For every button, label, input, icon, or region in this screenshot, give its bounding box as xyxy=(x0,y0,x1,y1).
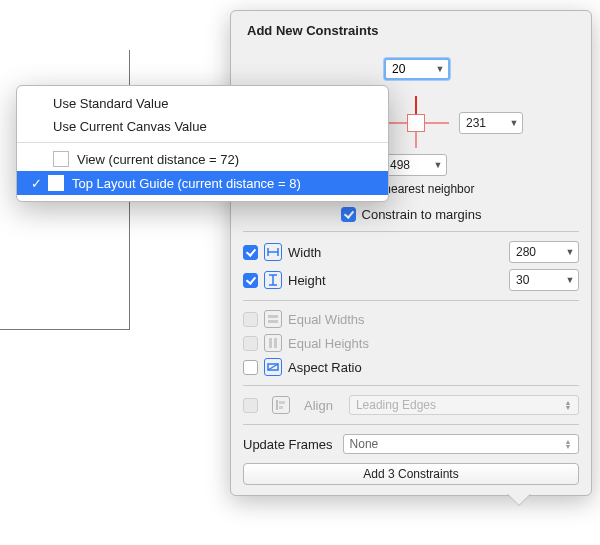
pin-bottom-strut-icon[interactable] xyxy=(415,132,417,148)
equal-heights-label: Equal Heights xyxy=(288,336,369,351)
chevron-down-icon[interactable]: ▼ xyxy=(508,113,520,133)
add-constraints-button[interactable]: Add 3 Constraints xyxy=(243,463,579,485)
height-checkbox[interactable] xyxy=(243,273,258,288)
equal-widths-checkbox xyxy=(243,312,258,327)
guide-swatch-icon xyxy=(48,175,64,191)
popover-title: Add New Constraints xyxy=(231,11,591,44)
align-select: Leading Edges ▲▼ xyxy=(349,395,579,415)
height-field[interactable]: 30 ▼ xyxy=(509,269,579,291)
menu-use-current-canvas[interactable]: Use Current Canvas Value xyxy=(17,115,388,138)
update-frames-select[interactable]: None ▲▼ xyxy=(343,434,579,454)
check-icon: ✓ xyxy=(31,176,42,191)
svg-rect-2 xyxy=(269,338,272,348)
width-field[interactable]: 280 ▼ xyxy=(509,241,579,263)
bottom-spacing-value: 498 xyxy=(390,158,410,172)
height-value: 30 xyxy=(516,273,529,287)
equal-widths-icon xyxy=(264,310,282,328)
pin-right-strut-icon[interactable] xyxy=(425,122,449,124)
svg-rect-6 xyxy=(279,406,283,409)
top-spacing-field[interactable]: 20 ▼ xyxy=(384,58,450,80)
width-checkbox[interactable] xyxy=(243,245,258,260)
pin-center-icon xyxy=(407,114,425,132)
menu-use-standard[interactable]: Use Standard Value xyxy=(17,92,388,115)
width-icon xyxy=(264,243,282,261)
bottom-spacing-field[interactable]: 498 ▼ xyxy=(383,154,447,176)
chevron-down-icon[interactable]: ▼ xyxy=(434,60,446,78)
update-frames-label: Update Frames xyxy=(243,437,333,452)
equal-heights-icon xyxy=(264,334,282,352)
aspect-ratio-label: Aspect Ratio xyxy=(288,360,362,375)
spacing-dropdown: Use Standard Value Use Current Canvas Va… xyxy=(16,85,389,202)
right-spacing-field[interactable]: 231 ▼ xyxy=(459,112,523,134)
menu-view-label: View (current distance = 72) xyxy=(77,152,239,167)
constrain-margins-label: Constrain to margins xyxy=(362,207,482,222)
pin-top-strut-icon[interactable] xyxy=(415,96,417,114)
equal-heights-checkbox xyxy=(243,336,258,351)
svg-rect-3 xyxy=(274,338,277,348)
chevron-down-icon[interactable]: ▼ xyxy=(564,270,576,290)
equal-widths-label: Equal Widths xyxy=(288,312,365,327)
height-icon xyxy=(264,271,282,289)
align-icon xyxy=(272,396,290,414)
pin-left-strut-icon[interactable] xyxy=(387,122,407,124)
width-value: 280 xyxy=(516,245,536,259)
add-constraints-label: Add 3 Constraints xyxy=(363,467,458,481)
svg-rect-1 xyxy=(268,320,278,323)
stepper-icon: ▲▼ xyxy=(562,439,574,449)
height-label: Height xyxy=(288,273,326,288)
popover-arrow-icon xyxy=(507,493,531,505)
update-frames-value: None xyxy=(350,437,379,451)
right-spacing-value: 231 xyxy=(466,116,486,130)
top-spacing-value: 20 xyxy=(392,62,405,76)
width-label: Width xyxy=(288,245,321,260)
menu-top-layout-guide[interactable]: ✓ Top Layout Guide (current distance = 8… xyxy=(17,171,388,195)
view-swatch-icon xyxy=(53,151,69,167)
menu-view-item[interactable]: View (current distance = 72) xyxy=(17,147,388,171)
constrain-margins-checkbox[interactable] xyxy=(341,207,356,222)
svg-rect-5 xyxy=(279,401,285,404)
constraints-popover: Add New Constraints 20 ▼ 231 ▼ 498 ▼ g t… xyxy=(230,10,592,496)
chevron-down-icon[interactable]: ▼ xyxy=(432,155,444,175)
stepper-icon: ▲▼ xyxy=(562,400,574,410)
align-label: Align xyxy=(304,398,333,413)
menu-top-layout-label: Top Layout Guide (current distance = 8) xyxy=(72,176,301,191)
chevron-down-icon[interactable]: ▼ xyxy=(564,242,576,262)
menu-separator xyxy=(17,142,388,143)
align-value: Leading Edges xyxy=(356,398,436,412)
align-checkbox xyxy=(243,398,258,413)
aspect-ratio-checkbox[interactable] xyxy=(243,360,258,375)
aspect-ratio-icon xyxy=(264,358,282,376)
svg-rect-0 xyxy=(268,315,278,318)
